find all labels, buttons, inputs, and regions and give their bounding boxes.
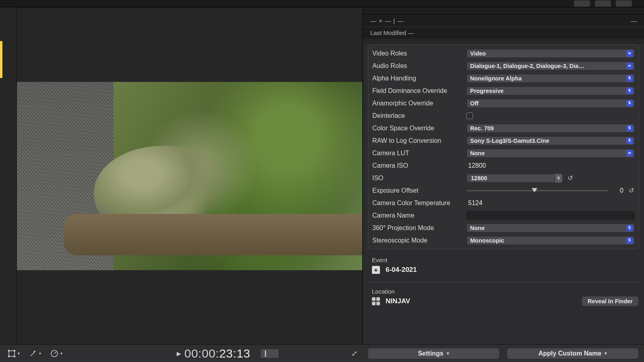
camera-name-input[interactable]	[466, 211, 635, 220]
timecode-display[interactable]: 00:00:23:13	[184, 346, 250, 360]
projection-mode-label: 360° Projection Mode	[372, 224, 466, 232]
camera-color-temp-label: Camera Color Temperature	[372, 200, 466, 207]
exposure-offset-label: Exposure Offset	[372, 187, 466, 194]
deinterlace-checkbox[interactable]	[466, 113, 473, 119]
last-modified-label: Last Modified	[370, 29, 406, 36]
svg-point-3	[8, 356, 10, 357]
chevron-down-icon: ▾	[447, 351, 449, 356]
volume-grid-icon	[372, 297, 380, 305]
camera-name-label: Camera Name	[372, 212, 466, 219]
settings-menu-button[interactable]: Settings▾	[368, 348, 499, 359]
svg-point-4	[14, 356, 15, 357]
clip-marker[interactable]	[0, 41, 2, 78]
svg-point-1	[8, 350, 10, 351]
chevron-down-icon: ▾	[60, 351, 62, 356]
top-pill-2[interactable]	[595, 0, 611, 7]
timeline-gutter	[0, 7, 17, 344]
app-top-strip	[0, 0, 644, 7]
event-name[interactable]: 6-04-2021	[386, 266, 417, 274]
alpha-handling-dropdown[interactable]: None/Ignore Alpha	[466, 74, 635, 83]
video-roles-label: Video Roles	[372, 50, 466, 57]
inspector-panel: — × — | — — Last Modified — Video Roles …	[362, 7, 644, 344]
exposure-offset-reset-icon[interactable]	[627, 187, 635, 194]
svg-rect-0	[9, 351, 14, 356]
camera-lut-label: Camera LUT	[372, 150, 466, 157]
top-pill-3[interactable]	[616, 0, 632, 7]
last-modified-value: —	[408, 29, 414, 36]
iso-reset-icon[interactable]	[566, 175, 574, 182]
color-space-override-dropdown[interactable]: Rec. 709	[466, 124, 635, 133]
deinterlace-label: Deinterlace	[372, 112, 466, 119]
skimmer-indicator[interactable]	[261, 349, 279, 358]
raw-to-log-dropdown[interactable]: Sony S-Log3/S-Gamut3.Cine	[466, 136, 635, 145]
location-name: NINJAV	[386, 297, 410, 305]
camera-iso-value: 12800	[466, 162, 635, 169]
audio-roles-dropdown[interactable]: Dialogue-1, Dialogue-2, Dialogue-3, Dia…	[466, 62, 635, 70]
chevron-down-icon: ▾	[18, 351, 20, 356]
enhance-tool-menu[interactable]: ▾	[29, 349, 41, 358]
clip-dimensions-placeholder: — × — | —	[370, 17, 404, 24]
apply-custom-name-button[interactable]: Apply Custom Name▾	[507, 348, 638, 359]
camera-iso-label: Camera ISO	[372, 162, 466, 169]
divider	[368, 282, 639, 282]
field-dominance-dropdown[interactable]: Progressive	[466, 86, 635, 95]
iso-stepper[interactable]: 12800⇅	[466, 174, 562, 183]
play-icon[interactable]: ▶	[177, 350, 181, 357]
frame-subject-region	[114, 82, 362, 270]
projection-mode-dropdown[interactable]: None	[466, 224, 635, 232]
stereoscopic-mode-dropdown[interactable]: Monoscopic	[466, 236, 635, 245]
crop-icon	[7, 349, 16, 358]
chevron-down-icon: ▾	[605, 351, 607, 356]
raw-to-log-label: RAW to Log Conversion	[372, 137, 466, 144]
field-dominance-label: Field Dominance Override	[372, 87, 466, 95]
panel-collapse-icon[interactable]: —	[631, 17, 637, 24]
anamorphic-dropdown[interactable]: Off	[466, 99, 635, 108]
retime-tool-menu[interactable]: ▾	[50, 349, 62, 358]
clip-properties: Video Roles Video Audio Roles Dialogue-1…	[368, 44, 639, 249]
audio-roles-label: Audio Roles	[372, 62, 466, 70]
event-section-label: Event	[363, 257, 644, 263]
svg-point-2	[14, 350, 15, 351]
gauge-icon	[50, 349, 59, 358]
viewer[interactable]	[17, 7, 362, 344]
exposure-offset-value: 0	[612, 187, 623, 194]
alpha-handling-label: Alpha Handling	[372, 75, 466, 82]
video-roles-dropdown[interactable]: Video	[466, 49, 635, 58]
event-star-icon[interactable]: ★	[372, 266, 380, 274]
iso-label: ISO	[372, 175, 466, 182]
top-pill-1[interactable]	[574, 0, 590, 7]
transform-tool-menu[interactable]: ▾	[7, 349, 20, 358]
reveal-in-finder-button[interactable]: Reveal In Finder	[582, 296, 638, 306]
camera-color-temp-value: 5124	[466, 200, 635, 207]
wand-icon	[29, 349, 37, 358]
camera-lut-dropdown[interactable]: None	[466, 149, 635, 158]
viewer-frame	[17, 82, 362, 270]
exposure-offset-slider[interactable]	[466, 187, 608, 195]
anamorphic-label: Anamorphic Override	[372, 100, 466, 107]
stereoscopic-mode-label: Stereoscopic Mode	[372, 237, 466, 244]
chevron-down-icon: ▾	[39, 351, 41, 356]
bottom-toolbar: ▾ ▾ ▾ ▶ 00:00:23:13 ⤢ Settings▾	[0, 344, 644, 362]
color-space-override-label: Color Space Override	[372, 125, 466, 132]
fullscreen-icon[interactable]: ⤢	[346, 349, 362, 358]
location-section-label: Location	[363, 288, 644, 295]
